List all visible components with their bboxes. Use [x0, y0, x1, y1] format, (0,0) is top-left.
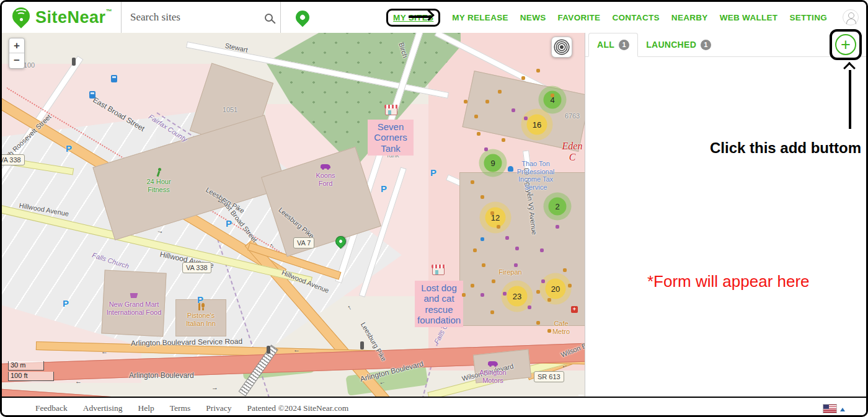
nav-contacts[interactable]: CONTACTS — [612, 13, 659, 22]
dotp-icon — [505, 236, 509, 240]
dotp-icon — [556, 225, 559, 229]
tab-launched-count-badge: 1 — [701, 40, 711, 50]
aid-icon: + — [571, 306, 578, 313]
map-attribution: Leaflet | © Open Street Map — [578, 395, 583, 396]
footer-link-terms[interactable]: Terms — [170, 403, 191, 413]
sitenear-pin-wifi-icon — [12, 6, 30, 29]
dotp-icon — [464, 100, 467, 103]
oneway-arrow-icon: ← — [560, 361, 569, 370]
caret-up-icon — [840, 408, 845, 411]
logo-text: SiteNear™ — [35, 8, 112, 27]
panel-tab-bar: ALL 1 LAUNCHED 1 — [585, 33, 866, 57]
dotp-icon — [498, 90, 502, 94]
tab-launched-label: LAUNCHED — [646, 40, 696, 50]
dotp-icon — [515, 247, 519, 250]
zoom-out-button[interactable]: − — [9, 53, 24, 68]
dotp-icon — [563, 268, 567, 272]
tl-icon — [360, 341, 364, 349]
add-site-button[interactable]: + — [835, 34, 856, 55]
oneway-arrow-icon: ← — [346, 302, 356, 312]
language-selector[interactable] — [823, 405, 845, 413]
oneway-arrow-icon: ← — [101, 348, 108, 355]
map-scale-imperial: 100 ft — [8, 372, 54, 381]
dotp-icon — [536, 321, 540, 325]
dotp-icon — [484, 147, 488, 151]
annotation-arrow-up — [849, 70, 851, 129]
dotp-icon — [512, 108, 515, 112]
annotation-form-note: *Form will appear here — [647, 272, 810, 291]
location-pin-icon[interactable] — [293, 7, 312, 27]
nav-favorite[interactable]: FAVORITE — [558, 13, 601, 22]
dotp-icon — [521, 76, 525, 80]
dotp-icon — [536, 69, 540, 72]
dotp-icon — [524, 116, 528, 120]
map-scale-metric: 30 m — [8, 361, 44, 371]
map-canvas[interactable]: South Roosevelt Street Stewart Birch Eas… — [2, 33, 585, 397]
sitenear-logo[interactable]: SiteNear™ — [2, 6, 121, 29]
nav-setting[interactable]: SETTING — [789, 13, 827, 22]
dotp-icon — [541, 279, 545, 283]
oneway-arrow-icon: ← — [268, 240, 278, 250]
footer: Feedback Advertising Help Terms Privacy … — [2, 397, 866, 417]
dotp-icon — [503, 292, 507, 296]
footer-link-help[interactable]: Help — [138, 403, 154, 413]
tab-launched[interactable]: LAUNCHED 1 — [638, 33, 719, 56]
search-input[interactable] — [130, 11, 260, 24]
tl-icon — [267, 346, 270, 354]
dotp-icon — [485, 100, 489, 103]
nav-nearby[interactable]: NEARBY — [671, 13, 708, 22]
oneway-arrow-icon: ← — [75, 377, 82, 385]
dotp-icon — [514, 263, 518, 267]
dotp-icon — [477, 132, 480, 136]
ftn-icon — [508, 166, 513, 172]
tab-all-label: ALL — [597, 40, 614, 50]
us-flag-icon — [823, 405, 836, 413]
bus-icon — [111, 75, 117, 82]
search-box — [121, 2, 281, 33]
annotation-box-add-button: + — [830, 29, 862, 60]
zoom-in-button[interactable]: + — [9, 38, 24, 53]
picon-icon: P — [66, 143, 72, 154]
dotp-icon — [551, 94, 554, 97]
tab-all-count-badge: 1 — [619, 40, 629, 50]
dotp-icon — [480, 195, 484, 199]
poi-scatter-layer: PPPPPP+←←←→←→←←←← — [2, 33, 585, 397]
map-zoom-control: + − — [9, 38, 25, 69]
search-icon[interactable] — [265, 14, 273, 22]
picon-icon: P — [381, 183, 387, 194]
locate-button[interactable] — [551, 37, 572, 58]
annotation-add-note: Click this add buttom — [675, 139, 861, 157]
oneway-arrow-icon: ← — [216, 196, 226, 206]
dotp-icon — [473, 248, 477, 252]
oneway-arrow-icon: ← — [293, 346, 300, 353]
nav-news[interactable]: NEWS — [520, 13, 546, 22]
dotp-icon — [502, 138, 505, 142]
picon-icon: P — [226, 218, 232, 229]
dotp-icon — [480, 237, 484, 241]
bus-icon — [89, 91, 95, 99]
dotp-icon — [471, 180, 474, 184]
dotp-icon — [536, 290, 540, 294]
footer-link-feedback[interactable]: Feedback — [35, 403, 68, 413]
dotp-icon — [568, 284, 572, 288]
nav-my-release[interactable]: MY RELEASE — [452, 13, 508, 22]
dotp-icon — [492, 279, 495, 283]
dotp-icon — [471, 284, 474, 288]
app-window: SiteNear™ MY SITES MY RELEASE NEWS FAVOR… — [0, 0, 868, 417]
account-icon[interactable] — [843, 9, 859, 25]
top-bar: SiteNear™ MY SITES MY RELEASE NEWS FAVOR… — [2, 2, 866, 33]
sites-panel: ALL 1 LAUNCHED 1 + Click this add buttom… — [585, 33, 866, 397]
dotp-icon — [490, 211, 494, 215]
dotp-icon — [547, 298, 551, 302]
picon-icon: P — [430, 167, 436, 178]
dotp-icon — [462, 293, 466, 297]
tl-icon — [72, 58, 76, 66]
picon-icon: P — [197, 294, 203, 305]
tab-all[interactable]: ALL 1 — [588, 33, 638, 57]
footer-link-privacy[interactable]: Privacy — [206, 403, 231, 413]
footer-link-advertising[interactable]: Advertising — [83, 403, 123, 413]
oneway-arrow-icon: → — [211, 384, 218, 391]
dotp-icon — [497, 225, 500, 229]
dotp-icon — [474, 115, 478, 118]
nav-web-wallet[interactable]: WEB WALLET — [720, 13, 778, 22]
